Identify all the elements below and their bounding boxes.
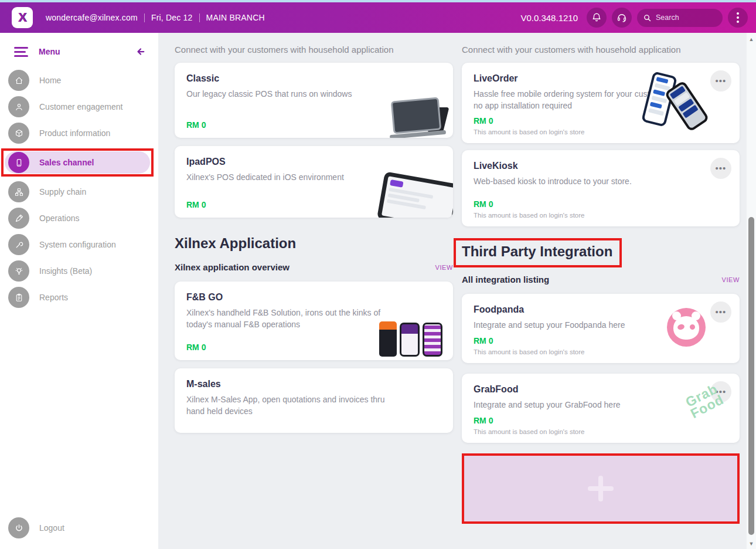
xilnex-application-heading-row: Xilnex Application — [175, 235, 453, 252]
card-msales[interactable]: M-sales Xilnex M-Sales App, open quotati… — [175, 368, 453, 433]
card-title: Foodpanda — [474, 304, 728, 315]
sidebar-item-operations[interactable]: Operations — [5, 207, 151, 229]
sidebar-item-label: Home — [39, 76, 61, 85]
fbgo-devices-image — [379, 320, 448, 357]
ellipsis-icon: ••• — [716, 163, 727, 173]
left-column: Connect with your customers with househo… — [175, 42, 453, 549]
scroll-down-arrow-icon[interactable]: ▼ — [747, 541, 756, 547]
kebab-menu-icon — [737, 12, 739, 23]
sales-channel-icon — [8, 152, 29, 173]
annotation-box-sales-channel: Sales channel — [1, 148, 154, 177]
classic-pos-image — [390, 96, 451, 137]
collapse-sidebar-button[interactable] — [135, 46, 147, 57]
sidebar-item-label: Product information — [39, 128, 110, 138]
card-description: Our legacy classic POS that runs on wind… — [186, 88, 389, 100]
xilnex-overview-subtitle: Xilnex application overview — [175, 262, 290, 272]
more-menu-button[interactable] — [728, 8, 748, 28]
third-party-view-link[interactable]: VIEW — [721, 276, 740, 283]
sidebar-item-supply-chain[interactable]: Supply chain — [5, 181, 151, 203]
plus-icon — [588, 476, 614, 501]
support-button[interactable] — [612, 8, 632, 28]
session-info: wondercafe@xilnex.com Fri, Dec 12 MAIN B… — [46, 13, 265, 22]
operations-icon — [8, 208, 29, 229]
third-party-heading-row: Third Party Integration — [462, 238, 740, 267]
logout-label: Logout — [39, 523, 64, 533]
sidebar-item-label: System configuration — [39, 240, 116, 249]
xilnex-overview-row: Xilnex application overview VIEW — [175, 262, 453, 272]
card-title: LiveOrder — [474, 73, 728, 84]
main-content: Connect with your customers with househo… — [158, 33, 756, 549]
branch-name: MAIN BRANCH — [206, 13, 265, 22]
sidebar-item-reports[interactable]: Reports — [5, 286, 151, 309]
card-description: Xilnex M-Sales App, open quotations and … — [186, 394, 389, 418]
insights-icon — [8, 260, 29, 282]
xilnex-application-title: Xilnex Application — [175, 235, 296, 251]
sidebar-item-insights[interactable]: Insights (Beta) — [5, 260, 151, 282]
supply-chain-icon — [8, 181, 29, 202]
card-liveorder[interactable]: LiveOrder Hassle free mobile ordering sy… — [462, 63, 740, 143]
hamburger-menu-icon[interactable] — [14, 47, 28, 57]
topbar: X wondercafe@xilnex.com Fri, Dec 12 MAIN… — [0, 2, 756, 33]
card-amount: RM 0 — [474, 199, 493, 209]
card-amount: RM 0 — [474, 416, 493, 425]
card-options-button[interactable]: ••• — [710, 381, 731, 402]
card-title: Classic — [186, 73, 441, 84]
xilnex-view-link[interactable]: VIEW — [435, 264, 453, 271]
card-livekiosk[interactable]: LiveKiosk Web-based kiosk to introduce t… — [462, 150, 740, 226]
third-party-title: Third Party Integration — [462, 243, 612, 259]
scroll-up-arrow-icon[interactable]: ▲ — [747, 36, 756, 42]
card-description: Hassle free mobile ordering system for y… — [474, 88, 676, 112]
card-options-button[interactable]: ••• — [710, 158, 731, 179]
headset-icon — [617, 12, 627, 23]
card-fbgo[interactable]: F&B GO Xilnex's handheld F&B Solution, i… — [175, 282, 453, 360]
search-box[interactable] — [637, 9, 723, 27]
sidebar-item-product-information[interactable]: Product information — [5, 122, 151, 144]
card-amount: RM 0 — [186, 343, 206, 352]
search-input[interactable] — [656, 13, 714, 22]
card-amount: RM 0 — [186, 120, 206, 130]
sidebar-item-home[interactable]: Home — [5, 69, 151, 92]
card-options-button[interactable]: ••• — [710, 301, 731, 323]
card-note: This amount is based on login's store — [474, 428, 585, 435]
sidebar-item-sales-channel[interactable]: Sales channel — [5, 151, 150, 174]
card-description: Xilnex's POS dedicated in iOS environmen… — [186, 171, 389, 183]
sidebar-item-customer-engagement[interactable]: Customer engagement — [5, 96, 151, 118]
card-note: This amount is based on login's store — [474, 348, 585, 355]
card-description: Integrate and setup your Foodpanda here — [474, 319, 676, 331]
card-ipadpos[interactable]: IpadPOS Xilnex's POS dedicated in iOS en… — [175, 146, 453, 218]
sidebar-item-label: Insights (Beta) — [39, 266, 92, 276]
annotation-box-third-party: Third Party Integration — [454, 238, 622, 267]
vertical-scrollbar[interactable]: ▲ ▼ — [747, 33, 756, 549]
current-date: Fri, Dec 12 — [151, 13, 193, 22]
reports-icon — [8, 287, 29, 308]
add-integration-button[interactable] — [464, 456, 737, 521]
app-window: X wondercafe@xilnex.com Fri, Dec 12 MAIN… — [0, 0, 756, 549]
arrow-left-icon — [135, 46, 147, 57]
card-options-button[interactable]: ••• — [710, 70, 731, 92]
card-note: This amount is based on login's store — [474, 128, 585, 135]
card-title: GrabFood — [474, 384, 728, 395]
scrollbar-thumb[interactable] — [748, 217, 754, 535]
divider — [199, 13, 200, 22]
card-amount: RM 0 — [474, 336, 493, 345]
customer-engagement-icon — [8, 96, 29, 117]
logout-button[interactable]: Logout — [5, 517, 151, 539]
card-foodpanda[interactable]: Foodpanda Integrate and setup your Foodp… — [462, 294, 740, 363]
ellipsis-icon: ••• — [716, 76, 727, 86]
annotation-box-add-integration — [462, 453, 740, 524]
power-icon — [8, 517, 29, 538]
notifications-button[interactable] — [587, 8, 607, 28]
product-information-icon — [8, 123, 29, 144]
topbar-actions: V0.0.348.1210 — [520, 8, 748, 28]
card-grabfood[interactable]: GrabFood Integrate and setup your GrabFo… — [462, 374, 740, 443]
version-label: V0.0.348.1210 — [520, 13, 578, 23]
bell-icon — [591, 12, 602, 23]
card-title: M-sales — [186, 379, 441, 389]
card-note: This amount is based on login's store — [474, 212, 585, 219]
card-description: Integrate and setup your GrabFood here — [474, 399, 676, 411]
sidebar-item-system-configuration[interactable]: System configuration — [5, 233, 151, 256]
home-icon — [8, 70, 29, 91]
card-classic[interactable]: Classic Our legacy classic POS that runs… — [175, 63, 453, 138]
xilnex-logo-letter: X — [18, 10, 27, 25]
card-title: IpadPOS — [186, 157, 441, 167]
